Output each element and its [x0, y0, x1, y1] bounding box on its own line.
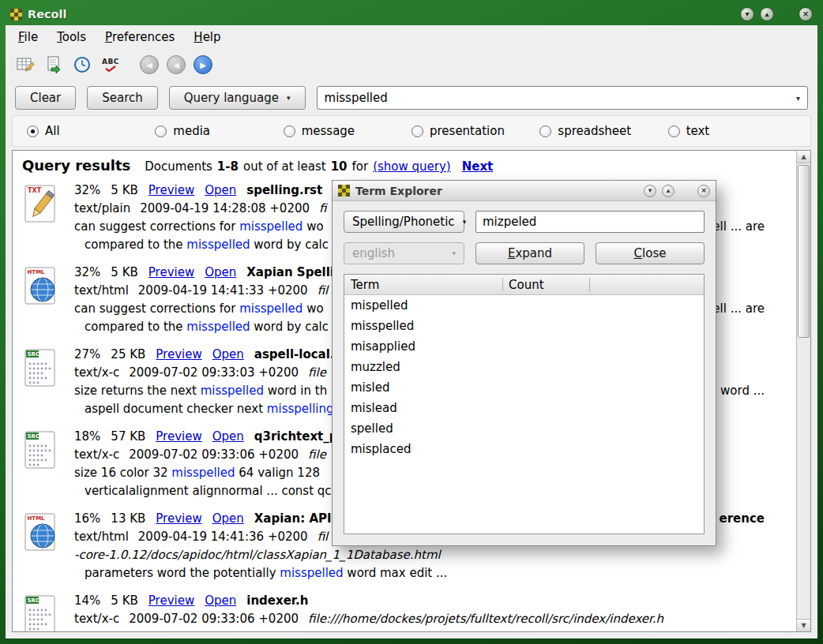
count-column-header[interactable]: Count [502, 278, 544, 292]
result-body: 14%5 KBPreviewOpenindexer.htext/x-c2009-… [74, 592, 785, 631]
term-row[interactable]: muzzled [344, 357, 704, 377]
term-input[interactable]: mizpeled [475, 211, 705, 233]
snippet-seg: wo [303, 219, 323, 234]
snippet-text: can suggest corrections for misspelled w… [74, 300, 324, 318]
filter-presentation[interactable]: presentation [412, 124, 539, 138]
clear-button[interactable]: Clear [15, 86, 76, 110]
term-row[interactable]: mispelled [344, 295, 704, 316]
term-cell: mispelled [351, 298, 408, 313]
column-divider[interactable] [502, 278, 503, 291]
open-link[interactable]: Open [205, 592, 236, 610]
filter-spreadsheet[interactable]: spreadsheet [539, 124, 667, 138]
expand-button[interactable]: Expand [475, 242, 584, 264]
menu-item-preferences[interactable]: Preferences [105, 30, 175, 44]
html-file-icon: HTML [22, 510, 62, 582]
snippet-seg: compared to the [85, 238, 186, 252]
term-cell: misspelled [351, 319, 414, 333]
window-titlebar[interactable]: Recoll ▾ ▴ × [6, 3, 817, 25]
radio-icon [412, 125, 423, 137]
term-row[interactable]: mislead [344, 398, 704, 418]
snippet-text: compared to the misspelled word by calc [85, 318, 329, 336]
first-page-icon[interactable]: ◀ [140, 55, 159, 74]
term-explorer-row-1: Spelling/Phonetic ▾ mizpeled [344, 211, 705, 233]
filter-all[interactable]: All [27, 124, 155, 138]
term-row[interactable]: spelled [344, 418, 704, 439]
preview-link[interactable]: Preview [156, 510, 201, 528]
preview-link[interactable]: Preview [156, 346, 201, 364]
history-clock-icon[interactable] [72, 54, 92, 75]
relevance-percent: 32% [74, 264, 100, 282]
mime-type: text/html [74, 282, 129, 300]
term-row[interactable]: misapplied [344, 336, 704, 357]
scroll-up-button[interactable]: ▲ [797, 151, 810, 163]
open-link[interactable]: Open [205, 182, 236, 200]
term-explorer-icon[interactable]: ABC [100, 54, 121, 75]
snippet-seg: word by calc [250, 320, 329, 334]
menu-item-help[interactable]: Help [194, 30, 220, 44]
snippet-continued: n word ... [709, 382, 765, 400]
snippet-seg: misspelling [267, 402, 334, 416]
close-button[interactable]: Close [596, 242, 705, 264]
term-explorer-titlebar[interactable]: Term Explorer ▾ ▴ × [333, 181, 716, 201]
filter-text[interactable]: text [668, 124, 796, 138]
close-button[interactable]: × [799, 7, 813, 21]
previous-page-icon[interactable]: ◀ [167, 55, 186, 74]
scrollbar-thumb[interactable] [798, 165, 810, 338]
term-table-body: mispelledmisspelledmisappliedmuzzledmisl… [344, 295, 704, 459]
menu-item-tools[interactable]: Tools [57, 30, 86, 44]
filter-message[interactable]: message [284, 124, 412, 138]
show-query-link[interactable]: (show query) [373, 159, 451, 174]
doc-size: 25 KB [111, 346, 145, 364]
column-divider[interactable] [589, 278, 590, 291]
snippet-seg: misspelled [186, 320, 250, 334]
open-link[interactable]: Open [205, 264, 236, 282]
maximize-button[interactable]: ▴ [760, 7, 774, 21]
term-column-header[interactable]: Term [344, 278, 502, 292]
chevron-down-icon[interactable]: ▾ [796, 94, 800, 103]
open-link[interactable]: Open [212, 510, 244, 528]
query-language-dropdown[interactable]: Query language ▾ [169, 86, 306, 110]
radio-icon [284, 125, 295, 137]
result-range: 1-8 [217, 159, 239, 174]
next-page-icon[interactable]: ▶ [194, 55, 212, 74]
preview-link[interactable]: Preview [148, 264, 194, 282]
doc-size: 5 KB [111, 182, 137, 200]
search-button[interactable]: Search [87, 86, 158, 110]
snippet-seg: can suggest corrections for [74, 301, 239, 316]
snippet-seg: word by calc [250, 238, 329, 252]
open-link[interactable]: Open [212, 428, 244, 446]
src-file-icon: SRC [22, 346, 62, 418]
open-link[interactable]: Open [212, 346, 244, 364]
filter-label: presentation [430, 124, 505, 138]
shade-button[interactable]: ▾ [644, 185, 656, 197]
search-input[interactable]: misspelled ▾ [317, 86, 808, 110]
next-page-link[interactable]: Next [462, 159, 494, 174]
category-filter-row: Allmediamessagepresentationspreadsheette… [12, 115, 811, 147]
maximize-button[interactable]: ▴ [662, 185, 675, 197]
radio-icon [155, 125, 167, 137]
term-row[interactable]: misled [344, 377, 704, 398]
preview-link[interactable]: Preview [148, 182, 194, 200]
results-scrollbar[interactable]: ▲ ▼ [796, 151, 810, 631]
snippet-seg: 64 valign 128 [235, 466, 320, 480]
table-edit-icon[interactable] [15, 54, 36, 75]
preview-link[interactable]: Preview [148, 592, 194, 610]
close-icon[interactable]: × [697, 185, 710, 197]
term-cell: spelled [351, 421, 393, 436]
menu-item-file[interactable]: File [18, 30, 38, 44]
result-total: 10 [331, 159, 348, 174]
language-value: english [352, 246, 395, 260]
document-arrow-icon[interactable] [43, 54, 64, 75]
filter-label: media [173, 124, 210, 138]
term-row[interactable]: misspelled [344, 316, 704, 336]
doc-url: file [308, 446, 326, 464]
shade-button[interactable]: ▾ [740, 7, 754, 21]
filter-media[interactable]: media [155, 124, 283, 138]
scroll-down-button[interactable]: ▼ [797, 619, 810, 631]
term-row[interactable]: misplaced [344, 439, 704, 459]
expansion-mode-dropdown[interactable]: Spelling/Phonetic ▾ [344, 211, 464, 233]
preview-link[interactable]: Preview [156, 428, 201, 446]
snippet-seg: misspelled [171, 466, 235, 480]
search-input-value: misspelled [325, 91, 388, 105]
doc-size: 5 KB [111, 592, 137, 610]
